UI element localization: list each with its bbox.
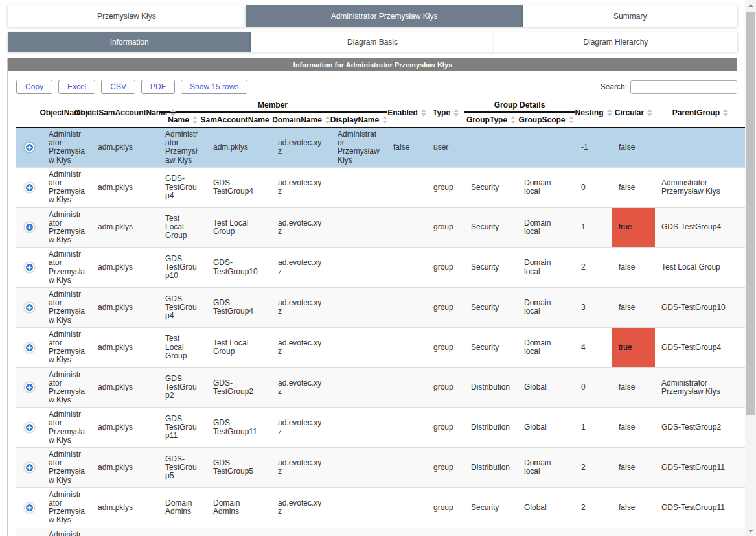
cell-sam-account-name: Test Local Group <box>207 327 271 367</box>
table-row[interactable]: +Administrator Przemysław Kłysadm.pklysT… <box>16 528 746 536</box>
header-parent-group[interactable]: ParentGroup <box>655 99 746 128</box>
sort-icon[interactable] <box>569 116 574 124</box>
header-member-display-name[interactable]: DisplayName <box>331 112 387 128</box>
cell-display-name <box>331 288 387 328</box>
tab-diagram-hierarchy[interactable]: Diagram Hierarchy <box>494 32 737 52</box>
scroll-down-icon[interactable] <box>745 526 756 536</box>
header-nesting[interactable]: Nesting <box>575 99 612 128</box>
cell-circular: false <box>612 167 655 207</box>
csv-button[interactable]: CSV <box>101 80 135 94</box>
expand-row-icon[interactable]: + <box>25 183 34 192</box>
cell-nesting: 3 <box>575 288 612 328</box>
tab-diagram-basic[interactable]: Diagram Basic <box>251 32 494 52</box>
pdf-button[interactable]: PDF <box>141 80 175 94</box>
cell-nesting: 2 <box>575 448 612 488</box>
header-member-domain-name[interactable]: DomainName <box>271 112 331 128</box>
expand-cell: + <box>16 528 42 536</box>
table-row[interactable]: +Administrator Przemysław Kłysadm.pklysA… <box>16 128 746 168</box>
cell-object-sam-account-name: adm.pklys <box>91 167 159 207</box>
expand-row-icon[interactable]: + <box>25 343 34 353</box>
sort-icon[interactable] <box>647 109 652 117</box>
expand-row-icon[interactable]: + <box>25 303 34 312</box>
cell-name: GDS-TestGroup11 <box>159 408 207 448</box>
cell-nesting: 3 <box>575 528 612 536</box>
sort-icon[interactable] <box>192 116 198 124</box>
scroll-up-icon[interactable] <box>745 0 756 10</box>
scrollbar-thumb[interactable] <box>746 12 755 415</box>
cell-sam-account-name: adm.pklys <box>207 128 271 168</box>
table-row[interactable]: +Administrator Przemysław Kłysadm.pklysG… <box>16 448 746 488</box>
table-row[interactable]: +Administrator Przemysław Kłysadm.pklysG… <box>16 408 746 448</box>
cell-group-type: Distribution <box>464 448 518 488</box>
expand-cell: + <box>16 448 42 488</box>
table-row[interactable]: +Administrator Przemysław Kłysadm.pklysG… <box>16 167 746 207</box>
expand-cell: + <box>16 367 42 408</box>
vertical-scrollbar[interactable] <box>745 0 756 536</box>
header-group-type[interactable]: GroupType <box>464 112 518 128</box>
tab-administrator-przemyslaw-klys[interactable]: Administrator Przemysław Kłys <box>246 5 523 27</box>
cell-circular: false <box>612 487 655 528</box>
sort-icon[interactable] <box>510 116 516 124</box>
cell-domain-name: ad.evotec.xyz <box>271 288 331 328</box>
secondary-tab-bar: Information Diagram Basic Diagram Hierar… <box>8 32 737 52</box>
cell-parent-group: Administrator Przemysław Kłys <box>655 167 746 207</box>
table-row[interactable]: +Administrator Przemysław Kłysadm.pklysG… <box>16 288 746 328</box>
expand-row-icon[interactable]: + <box>25 222 34 232</box>
header-type[interactable]: Type <box>427 99 464 128</box>
tab-summary[interactable]: Summary <box>523 5 737 27</box>
header-enabled[interactable]: Enabled <box>387 99 427 128</box>
table-row[interactable]: +Administrator Przemysław Kłysadm.pklysD… <box>16 487 746 528</box>
sort-icon[interactable] <box>421 109 426 117</box>
cell-object-name: Administrator Przemysław Kłys <box>42 207 91 248</box>
cell-enabled <box>387 327 427 367</box>
cell-group-type: Security <box>464 528 518 536</box>
cell-enabled <box>387 487 427 528</box>
cell-circular: false <box>612 448 655 488</box>
sort-icon[interactable] <box>453 109 459 117</box>
table-row[interactable]: +Administrator Przemysław Kłysadm.pklysT… <box>16 207 746 248</box>
expand-row-icon[interactable]: + <box>25 423 34 432</box>
sort-icon[interactable] <box>325 116 330 124</box>
cell-type: group <box>427 528 464 536</box>
expand-row-icon[interactable]: + <box>25 262 34 272</box>
expand-cell: + <box>16 207 42 248</box>
header-object-sam-account-name[interactable]: ObjectSamAccountName <box>91 99 159 128</box>
cell-group-scope: Domain local <box>518 248 575 288</box>
expand-row-icon[interactable]: + <box>25 382 34 392</box>
primary-tab-bar: Przemysław Kłys Administrator Przemysław… <box>8 5 737 27</box>
expand-row-icon[interactable]: + <box>25 463 34 472</box>
header-member-sam-account-name[interactable]: SamAccountName <box>207 112 271 128</box>
sort-icon[interactable] <box>607 109 612 117</box>
cell-circular: false <box>612 128 655 168</box>
cell-enabled <box>387 408 427 448</box>
expand-row-icon[interactable]: + <box>25 503 34 513</box>
cell-group-type: Security <box>464 167 518 207</box>
excel-button[interactable]: Excel <box>58 80 95 94</box>
search-input[interactable] <box>630 80 737 94</box>
sort-icon[interactable] <box>723 109 728 117</box>
header-group-scope[interactable]: GroupScope <box>518 112 575 128</box>
cell-type: user <box>427 128 464 168</box>
table-row[interactable]: +Administrator Przemysław Kłysadm.pklysT… <box>16 327 746 367</box>
cell-name: GDS-TestGroup4 <box>159 167 207 207</box>
cell-group-scope: Domain local <box>518 167 575 207</box>
tab-przemyslaw-klys[interactable]: Przemysław Kłys <box>8 5 246 27</box>
tab-label: Administrator Przemysław Kłys <box>331 12 438 21</box>
table-row[interactable]: +Administrator Przemysław Kłysadm.pklysG… <box>16 367 746 408</box>
copy-button[interactable]: Copy <box>16 80 52 94</box>
tab-label: Diagram Hierarchy <box>583 38 648 47</box>
table-row[interactable]: +Administrator Przemysław Kłysadm.pklysG… <box>16 248 746 288</box>
expand-cell: + <box>16 487 42 528</box>
cell-group-type: Distribution <box>464 367 518 408</box>
sort-icon[interactable] <box>382 116 387 124</box>
cell-circular: false <box>612 248 655 288</box>
cell-name: Test-Group <box>159 528 207 536</box>
cell-domain-name: ad.evotec.xyz <box>271 528 331 536</box>
cell-group-type: Security <box>464 288 518 328</box>
show-rows-button[interactable]: Show 15 rows <box>181 80 247 94</box>
expand-row-icon[interactable]: + <box>25 143 34 152</box>
cell-name: Test Local Group <box>159 207 207 248</box>
page-content: Przemysław Kłys Administrator Przemysław… <box>0 5 745 536</box>
header-circular[interactable]: Circular <box>612 99 655 128</box>
tab-information[interactable]: Information <box>8 32 251 52</box>
